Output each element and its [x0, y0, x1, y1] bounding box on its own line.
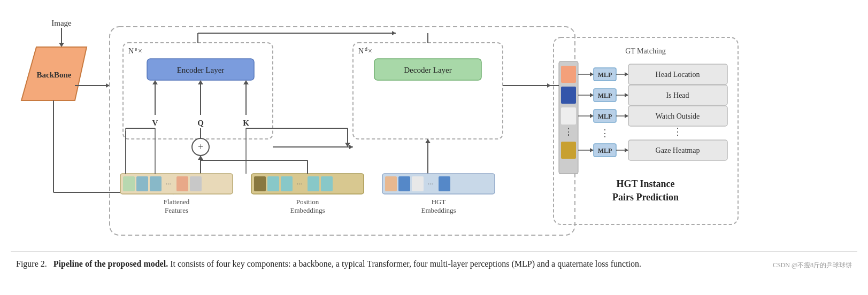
svg-rect-80: [136, 176, 148, 191]
svg-rect-79: [123, 176, 135, 191]
ne-label: N: [128, 47, 134, 55]
caption-text: Figure 2. Pipeline of the proposed model…: [16, 257, 762, 271]
svg-text:e: e: [135, 46, 137, 52]
diagram-area: Image BackBone N e × Encoder Layer: [11, 11, 857, 243]
svg-rect-87: [267, 176, 279, 191]
svg-rect-45: [561, 66, 576, 83]
svg-rect-93: [385, 176, 397, 191]
caption-area: Figure 2. Pipeline of the proposed model…: [11, 251, 857, 271]
hgt-title-line2: Pairs Prediction: [612, 192, 679, 203]
image-label: Image: [51, 19, 72, 27]
flattened-label2: Features: [165, 206, 188, 214]
svg-rect-49: [561, 142, 576, 159]
svg-text:⋮: ⋮: [564, 126, 573, 137]
gt-matching-label: GT Matching: [625, 47, 666, 55]
svg-text:⋮: ⋮: [673, 126, 682, 137]
position-label1: Position: [296, 198, 319, 206]
svg-text:···: ···: [297, 180, 302, 188]
svg-text:d: d: [365, 46, 367, 52]
watermark: CSDN @不瘦8斤的乒球球饼: [762, 260, 852, 270]
mlp3-box: MLP: [598, 113, 612, 120]
backbone-label: BackBone: [36, 71, 71, 79]
svg-rect-46: [561, 87, 576, 104]
output-gaze-heatmap: Gaze Heatmap: [656, 146, 700, 154]
q-label: Q: [197, 119, 204, 127]
output-watch-outside: Watch Outside: [656, 112, 700, 120]
hgt-title-line1: HGT Instance: [616, 178, 674, 189]
nd-label: N: [358, 47, 364, 55]
svg-rect-83: [176, 176, 188, 191]
hgt-embed-label2: Embeddings: [421, 206, 456, 214]
svg-rect-86: [254, 176, 266, 191]
svg-rect-95: [412, 176, 424, 191]
svg-text:+: +: [198, 142, 203, 152]
svg-rect-90: [308, 176, 319, 191]
svg-text:×: ×: [368, 47, 372, 55]
encoder-layer-box: Encoder Layer: [177, 66, 225, 74]
v-label: V: [152, 119, 158, 127]
svg-text:×: ×: [138, 47, 142, 55]
k-label: K: [243, 119, 249, 127]
figure-container: Image BackBone N e × Encoder Layer: [11, 11, 857, 271]
svg-rect-84: [190, 176, 202, 191]
flattened-label1: Flattened: [164, 198, 190, 206]
mlp2-box: MLP: [598, 92, 612, 99]
svg-text:⋮: ⋮: [600, 128, 610, 138]
svg-text:···: ···: [428, 180, 433, 188]
hgt-embed-label1: HGT: [432, 198, 446, 206]
mlp4-box: MLP: [598, 147, 612, 154]
caption-rest: It consists of four key components: a ba…: [170, 259, 641, 268]
output-is-head: Is Head: [666, 91, 689, 99]
caption-bold: Pipeline of the proposed model.: [53, 259, 168, 268]
svg-rect-88: [281, 176, 293, 191]
figure-number: Figure 2.: [16, 259, 47, 268]
svg-rect-91: [321, 176, 333, 191]
svg-rect-97: [439, 176, 450, 191]
output-head-location: Head Location: [656, 71, 700, 79]
svg-text:···: ···: [166, 180, 171, 188]
svg-rect-94: [398, 176, 410, 191]
mlp1-box: MLP: [598, 71, 612, 79]
svg-rect-47: [561, 107, 576, 125]
position-label2: Embeddings: [290, 206, 325, 214]
decoder-layer-box: Decoder Layer: [404, 66, 452, 74]
svg-rect-81: [150, 176, 162, 191]
